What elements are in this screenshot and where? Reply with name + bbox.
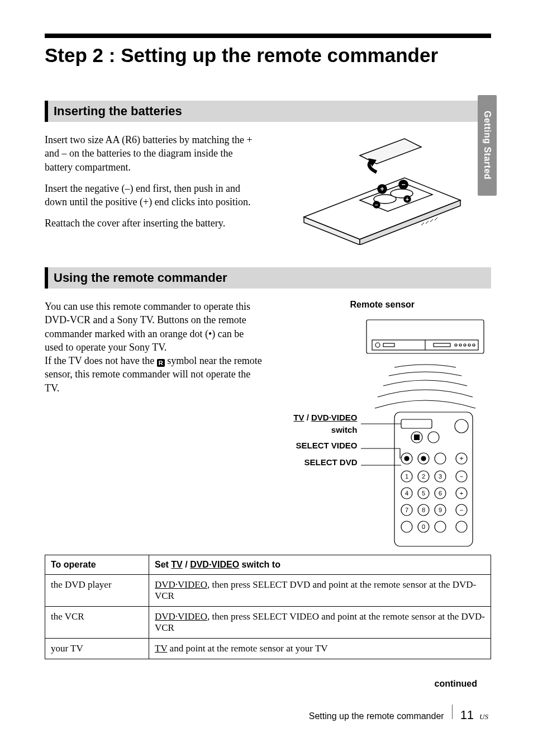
svg-rect-28: [414, 434, 420, 440]
section2-p1a: You can use this remote commander to ope…: [45, 301, 250, 353]
svg-text:−: −: [459, 507, 463, 513]
svg-text:+: +: [459, 490, 463, 497]
footer-divider: [452, 705, 453, 719]
td-setting: DVD·VIDEO, then press SELECT VIDEO and p…: [149, 607, 491, 639]
section2-p1: You can use this remote commander to ope…: [45, 300, 263, 395]
svg-line-11: [426, 221, 429, 224]
battery-illustration: + − − +: [293, 133, 472, 245]
section1-p2: Insert the negative (–) end first, then …: [45, 182, 263, 209]
svg-text:1: 1: [404, 473, 408, 480]
switch-label-tv: TV: [293, 413, 304, 422]
table-row: the VCR DVD·VIDEO, then press SELECT VID…: [45, 607, 491, 639]
title-rule: [45, 34, 491, 38]
table-row: the DVD player DVD·VIDEO, then press SEL…: [45, 575, 491, 607]
th-set-pre: Set: [155, 560, 171, 569]
side-tab-getting-started: Getting Started: [478, 95, 497, 196]
section-heading-using-remote: Using the remote commander: [45, 267, 491, 289]
svg-text:−: −: [375, 202, 378, 208]
td-setting-u: DVD·VIDEO: [155, 579, 207, 590]
page-number-suffix: US: [479, 712, 488, 721]
side-tab-label: Getting Started: [482, 111, 492, 179]
svg-point-37: [404, 456, 409, 461]
svg-text:3: 3: [438, 473, 441, 480]
remote-sensor-label: Remote sensor: [274, 300, 492, 310]
page-number: 11: [460, 708, 474, 722]
continued-label: continued: [435, 679, 477, 689]
svg-text:+: +: [380, 185, 384, 193]
section1-p1: Insert two size AA (R6) batteries by mat…: [45, 133, 263, 174]
switch-label-dvdvideo: DVD·VIDEO: [311, 413, 358, 422]
switch-label: TV / DVD·VIDEO: [274, 409, 358, 426]
td-op: the VCR: [45, 607, 149, 639]
td-setting: TV and point at the remote sensor at you…: [149, 639, 491, 659]
svg-line-13: [435, 218, 437, 220]
td-setting-u: TV: [155, 643, 167, 654]
page-footer: Setting up the remote commander 11US: [309, 705, 488, 722]
svg-text:7: 7: [404, 507, 408, 513]
th-set-mid: /: [183, 560, 190, 569]
td-setting: DVD·VIDEO, then press SELECT DVD and poi…: [149, 575, 491, 607]
td-op: your TV: [45, 639, 149, 659]
th-set-dvd: DVD·VIDEO: [190, 560, 239, 569]
section1-p3: Reattach the cover after inserting the b…: [45, 216, 263, 230]
svg-text:−: −: [459, 473, 463, 480]
svg-text:−: −: [402, 181, 406, 188]
svg-point-17: [375, 343, 380, 347]
td-setting-u: DVD·VIDEO: [155, 611, 207, 622]
footer-text: Setting up the remote commander: [309, 711, 444, 721]
svg-text:+: +: [406, 196, 409, 202]
switch-label-word: switch: [274, 426, 358, 437]
svg-point-38: [421, 456, 426, 461]
th-to-operate: To operate: [45, 555, 149, 575]
th-set-switch: Set TV / DVD·VIDEO switch to: [149, 555, 491, 575]
svg-text:4: 4: [404, 490, 408, 497]
select-dvd-label: SELECT DVD: [274, 454, 358, 471]
table-row: your TV TV and point at the remote senso…: [45, 639, 491, 659]
section2-text: You can use this remote commander to ope…: [45, 300, 263, 403]
svg-text:9: 9: [438, 507, 441, 513]
switch-label-sep: /: [304, 413, 311, 422]
select-video-label: SELECT VIDEO: [274, 437, 358, 454]
remote-svg: + 1 2 3 − 4 5 6 + 7 8: [361, 314, 489, 549]
operation-table: To operate Set TV / DVD·VIDEO switch to …: [45, 555, 491, 659]
svg-text:2: 2: [421, 473, 425, 480]
td-op: the DVD player: [45, 575, 149, 607]
section2-p1b-pre: If the TV does not have the: [45, 355, 157, 366]
svg-text:0: 0: [421, 523, 425, 530]
table-header-row: To operate Set TV / DVD·VIDEO switch to: [45, 555, 491, 575]
td-setting-rest: and point at the remote sensor at your T…: [167, 643, 327, 654]
battery-svg: + − − +: [293, 133, 472, 245]
page-title: Step 2 : Setting up the remote commander: [45, 44, 491, 67]
section1-text: Insert two size AA (R6) batteries by mat…: [45, 133, 263, 238]
svg-text:5: 5: [421, 490, 425, 497]
th-set-post: switch to: [239, 560, 280, 569]
svg-text:6: 6: [438, 490, 441, 497]
svg-text:8: 8: [421, 507, 425, 513]
svg-line-12: [430, 219, 433, 222]
section-heading-inserting-batteries: Inserting the batteries: [45, 101, 491, 122]
remote-figure: Remote sensor TV / DVD·VIDEO switch SELE…: [274, 300, 492, 549]
svg-line-10: [421, 223, 424, 225]
svg-text:+: +: [459, 455, 463, 462]
remote-symbol-icon: R: [157, 359, 165, 367]
th-set-tv: TV: [171, 560, 182, 569]
